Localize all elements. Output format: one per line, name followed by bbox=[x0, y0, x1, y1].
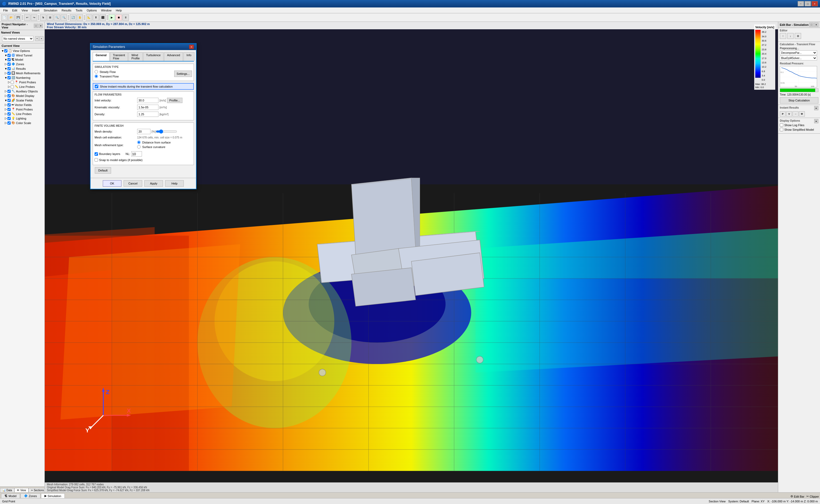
toolbar-redo[interactable]: ↪ bbox=[31, 14, 37, 21]
toolbar-perspective[interactable]: 📐 bbox=[86, 14, 92, 21]
toolbar-front[interactable]: ⬛ bbox=[100, 14, 106, 21]
checkbox-vector-fields[interactable] bbox=[7, 103, 11, 106]
checkbox-view-options[interactable] bbox=[4, 49, 7, 52]
radio-transient[interactable] bbox=[95, 75, 98, 78]
toolbar-new[interactable]: 📄 bbox=[1, 14, 7, 21]
menu-item-options[interactable]: Options bbox=[85, 8, 99, 13]
radio-steady[interactable] bbox=[95, 70, 98, 73]
toolbar-sim-run[interactable]: ▶ bbox=[109, 14, 115, 21]
expand-icon-pp2[interactable]: ▷ bbox=[4, 108, 7, 111]
checkbox-line-probes2[interactable] bbox=[7, 112, 11, 116]
checkbox-line-probes[interactable] bbox=[11, 85, 14, 88]
nl-input[interactable] bbox=[131, 151, 142, 157]
minimize-btn[interactable]: − bbox=[798, 1, 804, 6]
help-btn[interactable]: Help bbox=[165, 180, 184, 187]
instant-results-expand[interactable]: ▸ bbox=[814, 106, 818, 110]
checkbox-point-probes2[interactable] bbox=[7, 108, 11, 111]
checkbox-aux[interactable] bbox=[7, 90, 11, 93]
radio-distance[interactable] bbox=[137, 141, 141, 144]
clipper-btn[interactable]: ✂ Clipper bbox=[806, 495, 819, 498]
tab-info[interactable]: Info bbox=[183, 52, 194, 61]
display-options-expand[interactable]: ▸ bbox=[814, 119, 818, 123]
toolbar-undo[interactable]: ↩ bbox=[24, 14, 30, 21]
right-panel-float[interactable]: □ bbox=[809, 23, 814, 27]
expand-icon-num[interactable]: ▼ bbox=[4, 76, 7, 79]
toolbar-sim-stop[interactable]: ⏹ bbox=[116, 14, 122, 21]
expand-icon-zones[interactable]: ▷ bbox=[4, 63, 7, 66]
profile-btn[interactable]: Profile... bbox=[167, 98, 182, 103]
mesh-density-input[interactable] bbox=[137, 129, 150, 134]
checkbox-zones[interactable] bbox=[7, 63, 11, 66]
tab-general[interactable]: General bbox=[93, 52, 109, 61]
tree-item-numbering[interactable]: ▼ 🔢 Numbering bbox=[0, 75, 44, 80]
default-btn[interactable]: Default bbox=[95, 167, 111, 174]
tree-item-lighting[interactable]: ▷ 💡 Lighting bbox=[0, 116, 44, 121]
expand-icon-model[interactable]: ▼ bbox=[4, 58, 7, 61]
toolbar-open[interactable]: 📂 bbox=[8, 14, 14, 21]
tree-item-color-scale[interactable]: ▷ 🎨 Color Scale bbox=[0, 121, 44, 125]
inlet-velocity-input[interactable] bbox=[137, 98, 158, 103]
expand-icon-wt[interactable]: ▼ bbox=[4, 54, 7, 57]
solver-dropdown[interactable]: BlueDyMSolver... bbox=[780, 56, 817, 60]
bottom-tab-zones[interactable]: 🔷 Zones bbox=[21, 493, 40, 498]
menu-item-view[interactable]: View bbox=[19, 8, 30, 13]
menu-item-help[interactable]: Help bbox=[114, 8, 124, 13]
right-panel-close[interactable]: × bbox=[814, 23, 818, 27]
left-tab-data[interactable]: 📊 Data bbox=[0, 488, 14, 492]
expand-icon-mesh[interactable]: ▷ bbox=[4, 72, 7, 75]
boundary-layers-checkbox[interactable] bbox=[95, 152, 98, 156]
toolbar-zoom-fit[interactable]: ⊞ bbox=[47, 14, 53, 21]
tree-item-mesh-refinements[interactable]: ▷ 🔲 Mesh Refinements bbox=[0, 71, 44, 75]
expand-icon-lp[interactable]: ▷ bbox=[7, 85, 11, 88]
toolbar-zoom-in[interactable]: 🔍 bbox=[54, 14, 60, 21]
left-tab-view[interactable]: 👁 View bbox=[14, 488, 28, 492]
ir-icon-p[interactable]: P bbox=[780, 111, 786, 117]
menu-item-insert[interactable]: Insert bbox=[30, 8, 42, 13]
tab-transient-flow[interactable]: Transient Flow bbox=[110, 52, 128, 61]
tree-item-model[interactable]: ▼ 🏗 Model bbox=[0, 58, 44, 62]
tree-item-scalar-fields[interactable]: ▼ 🌈 Scalar Fields bbox=[0, 98, 44, 103]
edit-icon-arrow-up[interactable]: ↑ bbox=[780, 33, 786, 39]
menu-item-edit[interactable]: Edit bbox=[10, 8, 19, 13]
cancel-btn[interactable]: Cancel bbox=[124, 180, 142, 187]
expand-icon-aux[interactable]: ▷ bbox=[4, 90, 7, 93]
edit-icon-settings[interactable]: ⚙ bbox=[795, 33, 801, 39]
close-btn[interactable]: × bbox=[811, 1, 818, 6]
tab-advanced[interactable]: Advanced bbox=[164, 52, 183, 61]
stop-calculation-btn[interactable]: Stop Calculation bbox=[780, 97, 818, 104]
decompose-dropdown[interactable]: DecomposePar... bbox=[780, 50, 817, 55]
checkbox-scalar-fields[interactable] bbox=[7, 99, 11, 102]
toolbar-select[interactable]: 🖱 bbox=[40, 14, 46, 21]
tree-item-line-probes2[interactable]: ▷ 📏 Line Probes bbox=[0, 112, 44, 116]
ok-btn[interactable]: OK bbox=[103, 180, 121, 187]
settings-btn[interactable]: Settings... bbox=[174, 71, 192, 77]
tree-item-results[interactable]: ▼ 📊 Results bbox=[0, 66, 44, 71]
menu-item-results[interactable]: Results bbox=[59, 8, 74, 13]
expand-icon-light[interactable]: ▷ bbox=[4, 117, 7, 120]
tree-item-view-options[interactable]: ▼ 📋 View Options bbox=[0, 48, 44, 53]
kinematic-viscosity-input[interactable] bbox=[137, 105, 158, 110]
tree-item-line-probes[interactable]: ▷ 📏 Line Probes bbox=[0, 84, 44, 89]
left-tab-sections[interactable]: ✂ Sections bbox=[28, 488, 45, 492]
center-viewport[interactable]: Z X Y Wind Tunnel Dimensions: Dx = 350.0… bbox=[45, 22, 778, 492]
panel-close-btn[interactable]: × bbox=[39, 24, 43, 28]
mesh-density-slider[interactable] bbox=[156, 130, 177, 133]
expand-icon-cs[interactable]: ▷ bbox=[4, 121, 7, 125]
apply-btn[interactable]: Apply bbox=[144, 180, 163, 187]
expand-icon-results[interactable]: ▼ bbox=[4, 67, 7, 70]
maximize-btn[interactable]: □ bbox=[805, 1, 811, 6]
expand-icon-lp2[interactable]: ▷ bbox=[4, 112, 7, 116]
tree-item-point-probes[interactable]: ▷ 📍 Point Probes bbox=[0, 80, 44, 84]
dialog-close-btn[interactable]: × bbox=[189, 45, 194, 49]
named-views-select[interactable]: No named views bbox=[2, 36, 34, 41]
ir-icon-v[interactable]: V bbox=[786, 111, 792, 117]
checkbox-mesh-ref[interactable] bbox=[7, 72, 11, 75]
checkbox-model[interactable] bbox=[7, 58, 11, 61]
edit-icon-arrow-down[interactable]: ↓ bbox=[787, 33, 794, 39]
checkbox-results[interactable] bbox=[7, 67, 11, 70]
instant-results-checkbox[interactable] bbox=[95, 85, 98, 88]
tree-item-point-probes2[interactable]: ▷ 📍 Point Probes bbox=[0, 107, 44, 112]
expand-icon-sf[interactable]: ▼ bbox=[4, 99, 7, 102]
ir-icon-phi[interactable]: Φ bbox=[799, 111, 805, 117]
menu-item-tools[interactable]: Tools bbox=[74, 8, 85, 13]
